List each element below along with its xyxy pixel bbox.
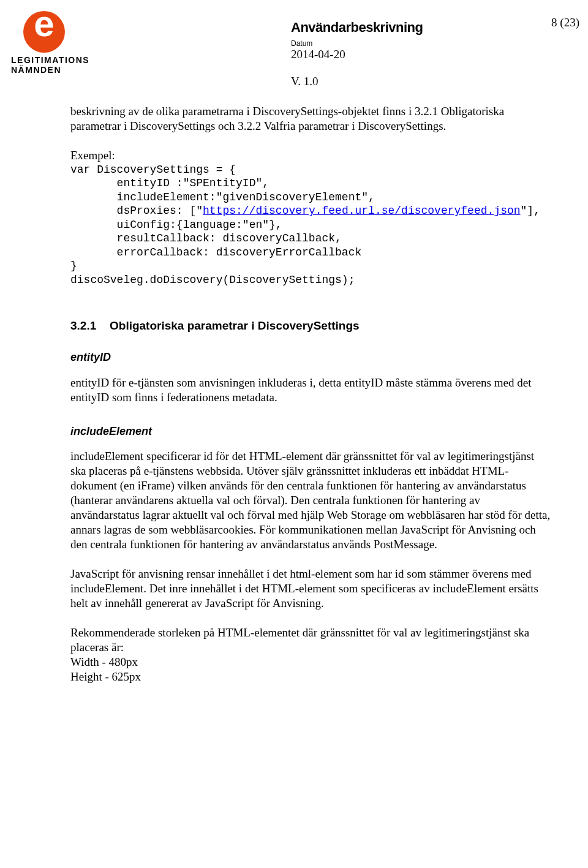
logo-e-icon	[23, 11, 65, 53]
code-l8: }	[70, 260, 77, 272]
code-l3: includeElement:"givenDiscoveryElement",	[70, 191, 375, 203]
code-l2: entityID :"SPEntityID",	[70, 177, 269, 189]
intro-paragraph: beskrivning av de olika parametrarna i D…	[70, 104, 551, 134]
heading-text: Obligatoriska parametrar i DiscoverySett…	[110, 319, 360, 332]
page: LEGITIMATIONS NÄMNDEN 8 (23) Användarbes…	[0, 0, 588, 868]
width-line: Width - 480px	[70, 655, 551, 670]
version: V. 1.0	[291, 75, 551, 88]
code-block: var DiscoverySettings = { entityID :"SPE…	[70, 163, 551, 287]
entityid-paragraph: entityID för e-tjänsten som anvisningen …	[70, 376, 551, 405]
subhead-includeelement: includeElement	[70, 425, 551, 439]
includeelement-p1: includeElement specificerar id för det H…	[70, 449, 551, 552]
includeelement-p2: JavaScript för anvisning rensar innehåll…	[70, 567, 551, 611]
datum-value: 2014-04-20	[291, 48, 551, 61]
exempel-label: Exempel:	[70, 148, 551, 163]
document-type: Användarbeskrivning	[291, 20, 551, 36]
code-l9: discoSveleg.doDiscovery(DiscoverySetting…	[70, 274, 355, 286]
code-l1: var DiscoverySettings = {	[70, 164, 236, 176]
code-l4a: dsProxies: ["	[70, 205, 203, 217]
logo-line2: NÄMNDEN	[11, 65, 61, 75]
code-l4b: "],	[521, 205, 540, 217]
subhead-entityid: entityID	[70, 350, 551, 364]
header-center: Användarbeskrivning Datum 2014-04-20 V. …	[291, 20, 551, 88]
logo-block: LEGITIMATIONS NÄMNDEN	[7, 11, 81, 75]
logo-line1: LEGITIMATIONS	[11, 55, 89, 65]
code-link[interactable]: https://discovery.feed.url.se/discoveryf…	[203, 205, 520, 217]
example-block: Exempel: var DiscoverySettings = { entit…	[70, 148, 551, 287]
code-l5: uiConfig:{language:"en"},	[70, 219, 282, 231]
body-text: beskrivning av de olika parametrarna i D…	[70, 104, 551, 684]
heading-number: 3.2.1	[70, 319, 110, 333]
code-l6: resultCallback: discoveryCallback,	[70, 232, 342, 244]
code-l7: errorCallback: discoveryErrorCallback	[70, 246, 361, 259]
page-number: 8 (23)	[551, 16, 579, 29]
heading-3-2-1: 3.2.1Obligatoriska parametrar i Discover…	[70, 319, 551, 333]
height-line: Height - 625px	[70, 670, 551, 684]
logo-text: LEGITIMATIONS NÄMNDEN	[7, 55, 81, 75]
datum-label: Datum	[291, 39, 551, 48]
includeelement-p3: Rekommenderade storleken på HTML-element…	[70, 625, 551, 655]
